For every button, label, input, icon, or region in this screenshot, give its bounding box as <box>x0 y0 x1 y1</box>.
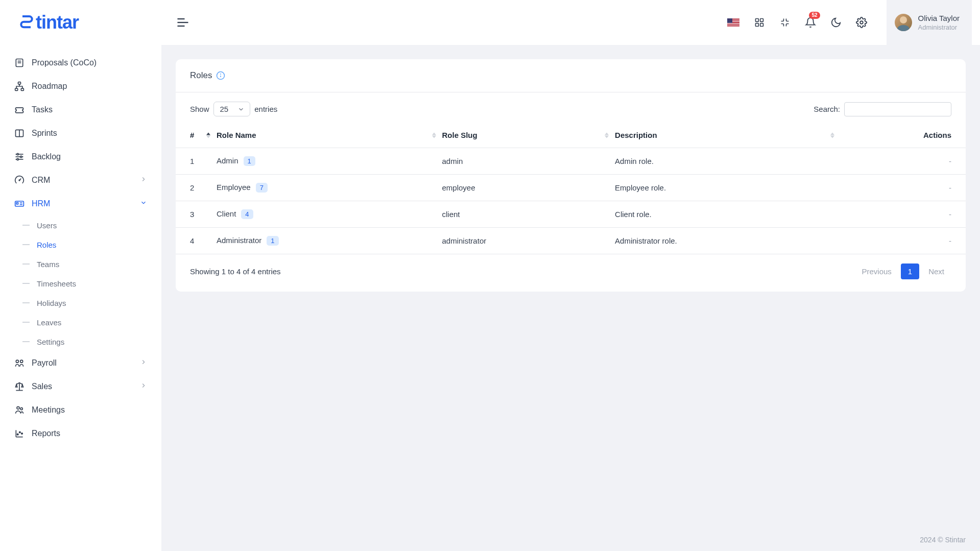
info-icon[interactable] <box>216 71 225 80</box>
count-badge: 1 <box>244 156 255 166</box>
svg-point-29 <box>19 432 21 433</box>
col-role-slug[interactable]: Role Slug <box>442 123 615 148</box>
sub-item-roles[interactable]: Roles <box>16 235 155 254</box>
count-badge: 1 <box>267 236 278 246</box>
sliders-icon <box>14 152 25 162</box>
svg-point-15 <box>19 180 20 181</box>
sidebar-item-label: Proposals (CoCo) <box>32 58 97 67</box>
page-size-select[interactable]: 25 <box>213 102 251 116</box>
dash-icon <box>22 283 30 284</box>
svg-rect-3 <box>18 82 21 84</box>
sidebar-item-crm[interactable]: CRM <box>6 169 155 192</box>
svg-rect-17 <box>16 203 18 204</box>
language-flag[interactable] <box>727 18 739 27</box>
topbar: 52 Olivia Taylor Administrator <box>161 0 980 45</box>
col-description[interactable]: Description <box>615 123 841 148</box>
roles-card: Roles Show 25 entries Search: <box>176 59 966 292</box>
user-menu[interactable]: Olivia Taylor Administrator <box>887 0 972 45</box>
col-actions: Actions <box>841 123 966 148</box>
apps-icon[interactable] <box>754 17 765 28</box>
dash-icon <box>22 225 30 226</box>
table-row: 2 Employee7 employee Employee role. - <box>176 175 966 201</box>
col-index[interactable]: # <box>176 123 217 148</box>
chevron-down-icon <box>237 106 245 113</box>
svg-rect-36 <box>755 23 758 27</box>
menu-toggle-button[interactable] <box>176 15 190 30</box>
search-label: Search: <box>814 105 840 113</box>
sidebar-item-label: Backlog <box>32 152 61 161</box>
sidebar-item-payroll[interactable]: Payroll <box>6 351 155 375</box>
page-footer: 2024 © Stintar <box>161 529 980 551</box>
sidebar-item-backlog[interactable]: Backlog <box>6 145 155 169</box>
ticket-icon <box>14 105 25 115</box>
page-title: Roles <box>190 70 212 81</box>
sub-item-leaves[interactable]: Leaves <box>16 313 155 332</box>
sidebar-item-label: Payroll <box>32 358 57 368</box>
nav: Proposals (CoCo) Roadmap Tasks Sprints B… <box>0 45 161 551</box>
show-label: Show <box>190 105 209 113</box>
pagination: Previous 1 Next <box>854 263 951 279</box>
id-icon <box>14 199 25 209</box>
sidebar-item-proposals[interactable]: Proposals (CoCo) <box>6 51 155 75</box>
chevron-right-icon <box>140 176 147 185</box>
logo[interactable]: tintar <box>0 0 161 45</box>
dash-icon <box>22 302 30 303</box>
page-1-button[interactable]: 1 <box>901 263 919 279</box>
sidebar-item-sprints[interactable]: Sprints <box>6 122 155 145</box>
sidebar-item-label: Roadmap <box>32 82 67 91</box>
prev-button[interactable]: Previous <box>854 263 898 279</box>
sub-item-users[interactable]: Users <box>16 215 155 235</box>
sidebar-item-label: HRM <box>32 199 50 208</box>
notifications-button[interactable]: 52 <box>805 17 816 28</box>
svg-point-30 <box>21 433 23 435</box>
sidebar-item-label: CRM <box>32 176 50 185</box>
sub-item-settings[interactable]: Settings <box>16 332 155 351</box>
sidebar-item-label: Sales <box>32 382 52 391</box>
chevron-down-icon <box>140 199 147 208</box>
fullscreen-exit-icon[interactable] <box>779 17 791 28</box>
col-role-name[interactable]: Role Name <box>217 123 442 148</box>
dash-icon <box>22 263 30 265</box>
sidebar-item-label: Tasks <box>32 105 53 114</box>
dark-mode-toggle[interactable] <box>830 17 842 28</box>
svg-point-41 <box>221 74 221 75</box>
table-row: 4 Administrator1 administrator Administr… <box>176 228 966 254</box>
sidebar-item-roadmap[interactable]: Roadmap <box>6 75 155 98</box>
sidebar-item-hrm[interactable]: HRM <box>6 192 155 215</box>
roles-table: # Role Name Role Slug Description Action… <box>176 123 966 254</box>
sub-item-holidays[interactable]: Holidays <box>16 293 155 313</box>
speed-icon <box>14 175 25 185</box>
svg-point-28 <box>17 434 18 435</box>
sidebar-item-label: Reports <box>32 429 60 438</box>
sidebar: tintar Proposals (CoCo) Roadmap Tasks Sp… <box>0 0 161 551</box>
dash-icon <box>22 322 30 323</box>
svg-point-20 <box>16 360 18 363</box>
notification-badge: 52 <box>809 12 820 19</box>
dash-icon <box>22 244 30 245</box>
sub-item-teams[interactable]: Teams <box>16 254 155 274</box>
document-icon <box>14 58 25 68</box>
sub-item-timesheets[interactable]: Timesheets <box>16 274 155 293</box>
svg-rect-5 <box>21 88 23 90</box>
table-row: 3 Client4 client Client role. - <box>176 201 966 228</box>
svg-point-38 <box>860 21 863 24</box>
search-input[interactable] <box>844 102 951 116</box>
chart-icon <box>14 428 25 439</box>
sitemap-icon <box>14 81 25 91</box>
table-row: 1 Admin1 admin Admin role. - <box>176 148 966 175</box>
sidebar-item-tasks[interactable]: Tasks <box>6 98 155 122</box>
sidebar-item-sales[interactable]: Sales <box>6 375 155 398</box>
settings-icon[interactable] <box>856 17 867 28</box>
chevron-right-icon <box>140 358 147 368</box>
chevron-right-icon <box>140 382 147 391</box>
sidebar-item-label: Sprints <box>32 129 57 138</box>
sidebar-item-reports[interactable]: Reports <box>6 422 155 445</box>
svg-point-21 <box>20 360 23 363</box>
svg-point-13 <box>17 158 18 160</box>
sidebar-item-meetings[interactable]: Meetings <box>6 398 155 422</box>
scale-icon <box>14 381 25 392</box>
hrm-submenu: Users Roles Teams Timesheets Holidays Le… <box>6 215 155 351</box>
next-button[interactable]: Next <box>921 263 951 279</box>
svg-point-25 <box>20 408 22 410</box>
avatar <box>895 14 912 31</box>
